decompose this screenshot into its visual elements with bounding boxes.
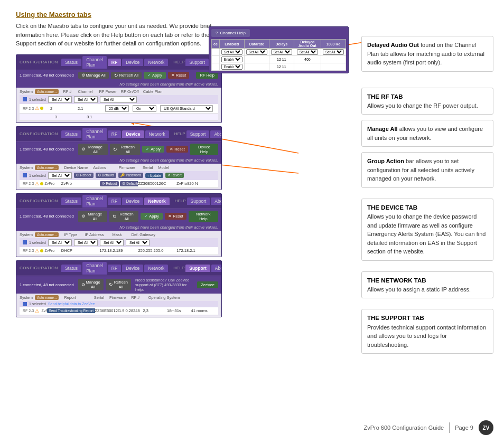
auto-name-button-sup[interactable]: Auto-name...	[35, 295, 59, 300]
refresh-all-button-rf[interactable]: Refresh All	[111, 72, 142, 79]
tab-rf[interactable]: RF	[108, 59, 121, 66]
auto-name-button[interactable]: Auto-name...	[35, 89, 59, 94]
rf-panel: CONFIGURATION Status Channel Plan RF Dev…	[16, 54, 222, 123]
manage-all-button-rf[interactable]: Manage All	[78, 72, 109, 79]
dev-reboot-all[interactable]: ⟳ Reboot	[74, 173, 94, 178]
rf-row2-onoff	[151, 115, 183, 119]
tab-support-rf[interactable]: Support	[185, 59, 209, 66]
ch-col-delayedaudio: Delayed Audio Out	[294, 40, 321, 49]
tab-network[interactable]: Network	[144, 197, 170, 205]
ch-r1-enabled-sel[interactable]: Enabled	[221, 56, 242, 62]
rf-row2-id	[23, 115, 55, 119]
reset-button-rf[interactable]: Reset	[168, 72, 190, 79]
send-troubleshooting-btn[interactable]: Send Troubleshooting Report	[47, 308, 95, 313]
reset-button-net[interactable]: Reset	[165, 213, 186, 220]
tab-status-net[interactable]: Status	[61, 197, 81, 205]
ch-setall-datarate[interactable]: Set All	[246, 49, 267, 55]
sup-selected-label: 1 selected	[29, 302, 46, 306]
device-row-1: RF 2-3 ⚠ ZvPro ZvPro ⟳ Reboot ⚙ Defaults…	[20, 180, 218, 188]
refresh-all-button-net[interactable]: Refresh All	[109, 211, 138, 222]
dev-reboot-btn[interactable]: ⟳ Reboot	[100, 181, 119, 186]
tab-about-dev[interactable]: About	[210, 130, 222, 138]
rf-row-1: RF 2-3 ⚠ 2 2.1 25 dBmV On US-QAM-Standar…	[20, 104, 218, 114]
refresh-all-button-sup[interactable]: Refresh All	[106, 279, 131, 290]
auto-name-button-net[interactable]: Auto-name...	[35, 232, 59, 237]
ch-setall-audio[interactable]: Set All	[297, 49, 318, 55]
network-help-button[interactable]: Network Help	[189, 211, 218, 222]
net-setall-ip[interactable]: Set All	[74, 239, 98, 246]
tab-rf-dev[interactable]: RF	[108, 130, 121, 138]
ch-cell-setall-dr: Set All	[244, 49, 269, 56]
tab-channelplan-sup[interactable]: Channel Plan	[82, 262, 107, 275]
refresh-all-button-dev[interactable]: Refresh All	[110, 144, 140, 155]
ch-setall-delays[interactable]: Set All	[271, 49, 292, 55]
tab-status-dev[interactable]: Status	[61, 130, 81, 138]
auto-name-button-dev[interactable]: Auto-name...	[35, 165, 59, 170]
ch-r2-enabled-sel[interactable]: Enabled	[221, 64, 242, 70]
rf-setall-onoff[interactable]: Set All	[74, 96, 98, 103]
apply-button-dev[interactable]: Apply	[142, 146, 164, 153]
tab-channelplan-rf[interactable]: Channel Plan	[82, 56, 107, 69]
net-select-all-check[interactable]	[23, 240, 27, 244]
tab-status-sup[interactable]: Status	[61, 265, 81, 272]
dev-password-all[interactable]: 🔑 Password	[118, 173, 143, 178]
dev-revert-all[interactable]: ↺ Revert	[165, 173, 184, 178]
rf-no-settings: No settings have been changed from their…	[16, 81, 221, 88]
network-row-1: RF 2-3 ⚠ ZvPro DHCP 172.18.2.189 255.255…	[20, 247, 218, 255]
tab-rf-net[interactable]: RF	[108, 197, 121, 205]
dev-row1-serial: ZZ36E500126C	[138, 181, 176, 186]
tab-device-sup[interactable]: Device	[122, 265, 143, 272]
ch-setall-1080[interactable]: Set All	[323, 49, 344, 55]
tab-support-dev[interactable]: Support	[186, 130, 210, 138]
dev-update-all[interactable]: ↑ Update	[145, 173, 163, 178]
tab-network-dev[interactable]: Network	[145, 130, 169, 138]
tab-device[interactable]: Device	[122, 130, 144, 138]
tab-device-rf[interactable]: Device	[122, 59, 143, 66]
rf-onoff-select[interactable]: On	[133, 105, 156, 112]
tab-status-rf[interactable]: Status	[61, 59, 81, 66]
tab-device-net[interactable]: Device	[122, 197, 143, 205]
ch-col-ce: ce	[212, 40, 220, 49]
ch-setall-enabled[interactable]: Set All	[221, 49, 242, 55]
apply-button-net[interactable]: Apply	[141, 213, 163, 220]
network-table-container: System Auto-name... IP Type IP Address M…	[16, 231, 221, 257]
rf-row2-power	[119, 115, 151, 119]
dev-defaults-btn[interactable]: ⚙ Defaults	[120, 181, 138, 186]
channel-help-label: Channel Help	[220, 31, 245, 35]
page: Using the Maestro tabs Click on the Maes…	[0, 0, 504, 443]
zeevee-help-button[interactable]: ZeeVee	[197, 281, 218, 288]
net-setall-iptype[interactable]: Set All	[48, 239, 72, 246]
net-setall-gw[interactable]: Set All	[126, 239, 150, 246]
sup-select-all-check[interactable]	[23, 302, 27, 306]
dev-firmware-label: Firmware	[119, 165, 135, 170]
net-setall-mask[interactable]: Set All	[100, 239, 124, 246]
rf-select-all-check[interactable]	[23, 97, 27, 101]
rf-toolbar: 1 connected, 48 not connected Manage All…	[16, 70, 221, 81]
tab-channelplan-dev[interactable]: Channel Plan	[82, 128, 107, 140]
dev-setall[interactable]: Set All	[48, 172, 72, 179]
manage-all-button-sup[interactable]: Manage All	[78, 279, 104, 290]
tab-support[interactable]: Support	[185, 265, 210, 272]
rf-setall-power[interactable]: Set All	[48, 96, 72, 103]
device-help-button[interactable]: Device Help	[190, 144, 218, 155]
rf-cable-select[interactable]: US-QAM-Standard	[160, 105, 213, 112]
tab-support-net[interactable]: Support	[187, 197, 210, 205]
callout-group-title: Group Action	[367, 158, 404, 164]
dev-defaults-all[interactable]: ⚙ Defaults	[96, 173, 117, 178]
dev-select-all-check[interactable]	[23, 173, 27, 177]
manage-all-button-dev[interactable]: Manage All	[78, 144, 108, 155]
dev-serial-label: Serial	[143, 165, 153, 170]
tab-about-net[interactable]: About	[211, 197, 222, 205]
rf-setall-cable[interactable]: Set All	[100, 96, 137, 103]
callout-device-body: Allows you to change the device password…	[367, 212, 488, 256]
rf-power-select[interactable]: 25 dBmV	[105, 105, 129, 112]
tab-channelplan-net[interactable]: Channel Plan	[82, 195, 107, 208]
tab-network-sup[interactable]: Network	[144, 265, 168, 272]
manage-all-button-net[interactable]: Manage All	[78, 211, 107, 222]
channel-help-button[interactable]: ? Channel Help	[211, 29, 250, 37]
reset-button-dev[interactable]: Reset	[166, 146, 188, 153]
apply-button-rf[interactable]: Apply	[144, 72, 166, 79]
tab-about-sup[interactable]: About	[211, 265, 222, 272]
tab-rf-sup[interactable]: RF	[108, 265, 121, 272]
tab-network-rf[interactable]: Network	[144, 59, 168, 66]
